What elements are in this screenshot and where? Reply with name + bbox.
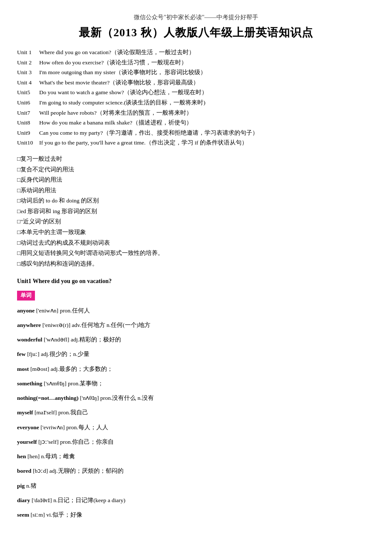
vocab-def: n.母鸡；雌禽 (41, 453, 75, 460)
unit-label: Unit6 (17, 98, 39, 107)
unit-item: Unit 1Where did you go on vacation?（谈论假期… (17, 48, 375, 57)
unit-label: Unit 4 (17, 78, 39, 87)
vocab-entry: diary ['daɪərɪ] n.日记；日记簿(keep a diary) (17, 496, 375, 505)
vocab-phonetic: ['evriwʌn] (40, 424, 65, 431)
review-item: □复合不定代词的用法 (17, 165, 375, 174)
review-item: □动词后的 to do 和 doing 的区别 (17, 196, 375, 205)
unit-text: Will people have robots?（对将来生活的预言，一般将来时） (39, 108, 375, 118)
unit1-header: Unit1 Where did you go on vacation? (17, 277, 375, 286)
review-list: □复习一般过去时□复合不定代词的用法□反身代词的用法□系动词的用法□动词后的 t… (17, 154, 375, 269)
unit-text: I'm more outgoing than my sister（谈论事物对比，… (39, 68, 375, 77)
unit-text: Do you want to watch a game show?（谈论内心想法… (39, 88, 375, 97)
unit-label: Unit 2 (17, 58, 39, 67)
vocab-word: nothing(=not…anything) (17, 395, 78, 401)
vocab-def: pron.某事物； (68, 380, 104, 387)
unit-list: Unit 1Where did you go on vacation?（谈论假期… (17, 48, 375, 147)
vocab-def: n.日记；日记簿(keep a diary) (53, 497, 125, 503)
unit-text: Can you come to my party?（学习邀请，作出、接受和拒绝邀… (39, 128, 375, 138)
vocab-word: yourself (17, 439, 37, 445)
vocab-word: myself (17, 409, 33, 416)
vocab-word: most (17, 366, 29, 372)
unit-label: Unit 3 (17, 68, 39, 77)
unit-item: Unit 4What's the best movie theater?（谈论事… (17, 78, 375, 87)
vocab-word: pig (17, 483, 25, 489)
header-title: 最新（2013 秋）人教版八年级上册英语知识点 (17, 24, 375, 42)
review-item: □复习一般过去时 (17, 154, 375, 164)
unit-item: Unit9Can you come to my party?（学习邀请，作出、接… (17, 128, 375, 138)
vocab-entry: anywhere ['eniwεə(r)] adv.任何地方 n.任何(一个)地… (17, 321, 375, 330)
vocab-word: everyone (17, 424, 39, 431)
unit-item: Unit 3I'm more outgoing than my sister（谈… (17, 68, 375, 77)
unit-text: I'm going to study computer science.(谈谈生… (39, 98, 375, 107)
vocab-phonetic: ['eniwʌn] (36, 307, 58, 314)
unit-label: Unit10 (17, 138, 39, 147)
vocab-entry: something ['sʌmθɪŋ] pron.某事物； (17, 379, 375, 388)
vocab-word: bored (17, 468, 32, 474)
vocab-def: adj.最多的；大多数的； (51, 366, 113, 372)
vocab-phonetic: [siːm] (31, 512, 45, 518)
vocab-entry: few [fjuː] adj.很少的；n.少量 (17, 350, 375, 358)
vocab-phonetic: ['daɪərɪ] (32, 497, 52, 503)
review-item: □ed 形容词和 ing 形容词的区别 (17, 207, 375, 216)
unit-label: Unit 1 (17, 48, 39, 57)
vocab-def: adv.任何地方 n.任何(一个)地方 (72, 322, 150, 328)
vocab-word: hen (17, 453, 26, 460)
vocab-def: pron.任何人 (60, 307, 89, 314)
unit-item: Unit 2How often do you exercise?（谈论生活习惯，… (17, 58, 375, 67)
vocab-def: adj.很少的；n.少量 (41, 351, 89, 357)
vocab-def: pron.你自己；你亲自 (60, 439, 114, 445)
unit-text: How do you make a banana milk shake?（描述进… (39, 118, 375, 127)
vocab-phonetic: ['wʌndəfl] (44, 336, 69, 343)
unit-text: Where did you go on vacation?（谈论假期生活，一般过… (39, 48, 375, 57)
vocab-phonetic: [hen] (27, 453, 39, 460)
vocab-word: diary (17, 497, 30, 503)
review-item: □反身代词的用法 (17, 175, 375, 185)
vocab-word: seem (17, 512, 29, 518)
review-item: □系动词的用法 (17, 186, 375, 195)
review-item: □感叹句的结构和连词的选择。 (17, 259, 375, 269)
unit-item: Unit7Will people have robots?（对将来生活的预言，一… (17, 108, 375, 118)
review-item: □动词过去式的构成及不规则动词表 (17, 238, 375, 248)
unit-item: Unit5Do you want to watch a game show?（谈… (17, 88, 375, 97)
review-item: □用同义短语转换同义句时谓语动词形式一致性的培养。 (17, 249, 375, 258)
vocab-word: few (17, 351, 26, 357)
vocab-def: pron.我自己 (58, 409, 88, 416)
vocab-entry: yourself [jɔː'self] pron.你自己；你亲自 (17, 438, 375, 446)
vocab-word: wonderful (17, 336, 42, 343)
unit-text: What's the best movie theater?（谈论事物比较，形容… (39, 78, 375, 87)
vocab-phonetic: [maɪ'self] (35, 409, 57, 416)
vocab-entry: anyone ['eniwʌn] pron.任何人 (17, 306, 375, 315)
vocab-list: anyone ['eniwʌn] pron.任何人anywhere ['eniw… (17, 306, 375, 520)
unit-label: Unit9 (17, 128, 39, 138)
vocab-phonetic: [bɔːd] (33, 468, 48, 474)
vocab-phonetic: [məost] (30, 366, 49, 372)
vocab-word: anyone (17, 307, 35, 314)
unit-item: Unit6I'm going to study computer science… (17, 98, 375, 107)
vocab-entry: bored [bɔːd] adj.无聊的；厌烦的；郁闷的 (17, 467, 375, 475)
vocab-word: anywhere (17, 322, 41, 328)
vocab-word: something (17, 380, 42, 387)
vocab-phonetic: [jɔː'self] (38, 439, 59, 445)
vocab-def: n.猪 (26, 483, 36, 489)
vocab-phonetic: ['nʌθɪŋ] (80, 395, 99, 401)
vocab-entry: pig n.猪 (17, 482, 375, 490)
unit-item: Unit8How do you make a banana milk shake… (17, 118, 375, 127)
header-subtitle: 微信公众号"初中家长必读"——中考提分好帮手 (17, 13, 375, 22)
unit-item: Unit10If you go to the party, you'll hav… (17, 138, 375, 147)
vocab-phonetic: ['sʌmθɪŋ] (44, 380, 66, 387)
vocab-def: pron.没有什么 n.没有 (100, 395, 154, 401)
vocab-entry: hen [hen] n.母鸡；雌禽 (17, 452, 375, 461)
review-item: □本单元中的主谓一致现象 (17, 228, 375, 237)
vocab-entry: wonderful ['wʌndəfl] adj.精彩的；极好的 (17, 335, 375, 344)
vocab-def: adj.无聊的；厌烦的；郁闷的 (49, 468, 124, 474)
unit-text: How often do you exercise?（谈论生活习惯，一般现在时） (39, 58, 375, 67)
vocab-entry: everyone ['evriwʌn] pron.每人；人人 (17, 423, 375, 432)
unit-label: Unit5 (17, 88, 39, 97)
vocab-entry: myself [maɪ'self] pron.我自己 (17, 408, 375, 417)
unit-text: If you go to the party, you'll have a gr… (39, 138, 375, 147)
vocab-tag: 单词 (17, 291, 35, 301)
review-item: □"近义词"的区别 (17, 217, 375, 226)
unit-label: Unit8 (17, 118, 39, 127)
vocab-entry: most [məost] adj.最多的；大多数的； (17, 365, 375, 373)
vocab-phonetic: ['eniwεə(r)] (42, 322, 70, 328)
